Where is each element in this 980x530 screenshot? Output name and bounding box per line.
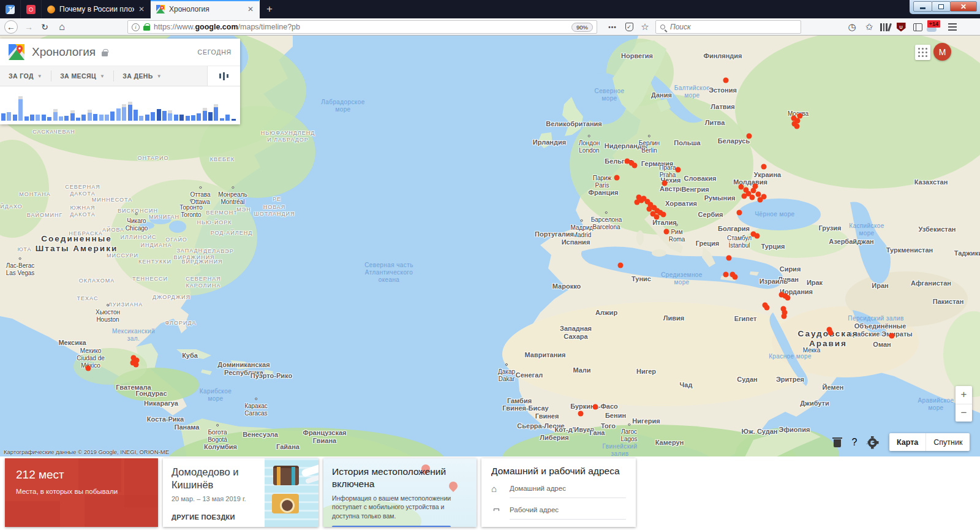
location-dot[interactable] — [723, 272, 729, 278]
histogram-bar[interactable] — [81, 115, 86, 121]
ublock-icon[interactable]: U — [894, 21, 908, 33]
histogram-bar[interactable] — [157, 109, 161, 121]
today-button[interactable]: СЕГОДНЯ — [198, 48, 232, 56]
history-clock-icon[interactable]: ◷ — [845, 21, 859, 33]
close-tab-icon[interactable]: ✕ — [138, 5, 145, 13]
histogram-bar[interactable] — [110, 112, 115, 121]
location-dot[interactable] — [889, 333, 895, 339]
location-dot[interactable] — [747, 134, 752, 139]
histogram-bar[interactable] — [59, 116, 63, 121]
location-dot[interactable] — [662, 181, 668, 186]
histogram-bar[interactable] — [139, 116, 143, 121]
delete-trash-icon[interactable] — [832, 437, 843, 448]
location-dot[interactable] — [593, 404, 598, 410]
location-dot[interactable] — [785, 295, 791, 301]
location-dot[interactable] — [753, 184, 758, 189]
notifications-icon[interactable]: +14 — [926, 21, 940, 33]
histogram-bar[interactable] — [208, 112, 213, 121]
histogram-bar[interactable] — [162, 111, 167, 121]
location-dot[interactable] — [134, 362, 139, 368]
location-dot[interactable] — [737, 210, 742, 216]
back-button[interactable]: ← — [4, 20, 18, 34]
histogram-bar[interactable] — [179, 115, 184, 121]
activity-histogram[interactable] — [0, 86, 240, 124]
histogram-bar[interactable] — [203, 108, 207, 121]
histogram-bar[interactable] — [47, 117, 51, 121]
menu-hamburger-icon[interactable] — [946, 21, 959, 33]
histogram-bar[interactable] — [232, 119, 236, 121]
search-input[interactable] — [669, 22, 796, 32]
account-avatar[interactable]: M — [933, 43, 951, 61]
location-dot[interactable] — [676, 167, 681, 173]
maximize-button[interactable] — [932, 1, 951, 12]
histogram-bar[interactable] — [186, 116, 190, 121]
filter-month[interactable]: ЗА МЕСЯЦ▼ — [51, 66, 113, 86]
histogram-bar[interactable] — [24, 116, 29, 121]
location-dot[interactable] — [764, 305, 770, 311]
google-apps-grid-icon[interactable] — [915, 45, 930, 60]
bookmark-star-icon[interactable]: ☆ — [638, 20, 652, 34]
pinned-tab-red-app[interactable] — [21, 0, 42, 18]
map-canvas[interactable]: САСКАЧЕВАНОНТАРИОКВЕБЕКНЬЮФАУНДЛЕНД И ЛА… — [0, 36, 980, 530]
location-dot[interactable] — [761, 164, 767, 170]
search-bar[interactable] — [655, 20, 801, 34]
location-dot[interactable] — [578, 411, 584, 417]
home-address-label[interactable]: Домашний адрес — [510, 479, 626, 498]
histogram-bar[interactable] — [76, 118, 80, 121]
location-dot[interactable] — [723, 78, 729, 83]
histogram-bar[interactable] — [99, 115, 104, 121]
histogram-bar[interactable] — [128, 102, 132, 121]
histogram-bar[interactable] — [116, 108, 121, 121]
histogram-bar[interactable] — [145, 115, 149, 121]
histogram-bar[interactable] — [134, 110, 138, 121]
location-dot[interactable] — [755, 233, 760, 239]
histogram-bar[interactable] — [214, 104, 218, 121]
histogram-bar[interactable] — [36, 115, 40, 121]
tab-timeline[interactable]: Хронология ✕ — [151, 0, 260, 18]
pinned-tab-translate[interactable]: T — [0, 0, 21, 18]
forward-button[interactable]: → — [22, 20, 36, 34]
histogram-bar[interactable] — [70, 110, 75, 121]
work-address-row[interactable]: Рабочий адрес — [491, 501, 626, 520]
histogram-bar[interactable] — [30, 115, 34, 121]
location-dot[interactable] — [664, 229, 669, 235]
location-dot[interactable] — [828, 330, 834, 336]
location-dot[interactable] — [742, 194, 747, 199]
location-dot[interactable] — [794, 124, 800, 129]
histogram-bar[interactable] — [122, 104, 126, 121]
histogram-bar[interactable] — [53, 109, 58, 121]
work-address-label[interactable]: Рабочий адрес — [510, 501, 626, 520]
location-dot[interactable] — [618, 263, 624, 268]
histogram-bar[interactable] — [220, 118, 224, 121]
zoom-level-badge[interactable]: 90% — [571, 23, 593, 32]
addresses-card[interactable]: Домашний и рабочий адреса ⌂ Домашний адр… — [481, 458, 636, 527]
location-history-card[interactable]: История местоположений включена Информац… — [323, 458, 477, 527]
filter-year[interactable]: ЗА ГОД▼ — [0, 66, 51, 86]
histogram-bar[interactable] — [18, 96, 23, 121]
histogram-bar[interactable] — [168, 110, 172, 121]
location-dot[interactable] — [797, 113, 803, 119]
tab-article[interactable]: Почему в России плохо - на п ✕ — [42, 0, 151, 18]
help-icon[interactable]: ? — [849, 437, 860, 448]
location-dot[interactable] — [635, 200, 640, 205]
histogram-bar[interactable] — [88, 110, 92, 121]
histogram-bar[interactable] — [7, 112, 11, 121]
location-dot[interactable] — [654, 214, 660, 220]
close-window-button[interactable]: ✕ — [950, 1, 977, 12]
histogram-bar[interactable] — [13, 115, 17, 121]
sidebar-icon[interactable] — [911, 21, 924, 33]
url-bar[interactable]: i https://www.google.com/maps/timeline?p… — [127, 20, 597, 34]
zoom-out-button[interactable]: − — [956, 404, 972, 422]
location-dot[interactable] — [733, 274, 738, 280]
location-dot[interactable] — [750, 195, 755, 200]
location-dot[interactable] — [726, 256, 732, 261]
bar-chart-view-icon[interactable] — [207, 66, 240, 86]
location-dot[interactable] — [756, 192, 761, 197]
histogram-bar[interactable] — [1, 113, 6, 121]
location-dot[interactable] — [782, 314, 787, 319]
satellite-view-button[interactable]: Спутник — [926, 433, 970, 451]
histogram-bar[interactable] — [93, 114, 97, 121]
highlights-star-icon[interactable]: ✩ — [862, 21, 876, 33]
zoom-in-button[interactable]: + — [956, 386, 972, 404]
other-trips-link[interactable]: ДРУГИЕ ПОЕЗДКИ — [172, 513, 258, 521]
